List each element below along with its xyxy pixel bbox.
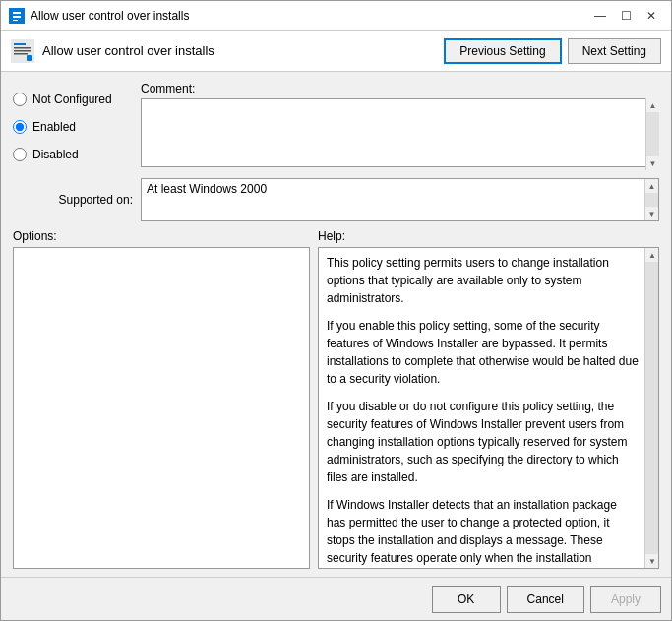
disabled-radio-item[interactable]: Disabled — [13, 141, 141, 168]
disabled-radio[interactable] — [13, 148, 27, 161]
enabled-radio[interactable] — [13, 120, 27, 134]
maximize-button[interactable]: ☐ — [614, 6, 638, 26]
help-para-3: If you disable or do not configure this … — [327, 398, 639, 486]
supported-row: Supported on: At least Windows 2000 ▲ ▼ — [13, 178, 659, 221]
comment-label: Comment: — [141, 82, 659, 95]
help-panel: This policy setting permits users to cha… — [318, 247, 659, 569]
supported-scroll-up[interactable]: ▲ — [645, 179, 659, 193]
svg-rect-9 — [27, 55, 32, 61]
help-label: Help: — [318, 229, 659, 243]
apply-button[interactable]: Apply — [590, 586, 661, 613]
help-scroll-down[interactable]: ▼ — [645, 554, 659, 568]
window-title: Allow user control over installs — [31, 9, 588, 23]
svg-rect-8 — [14, 53, 28, 55]
supported-scroll-down[interactable]: ▼ — [645, 207, 659, 220]
content-area: Not Configured Enabled Disabled Comment:… — [1, 72, 671, 577]
comment-scrollbar: ▲ ▼ — [645, 98, 659, 170]
scroll-up-arrow[interactable]: ▲ — [646, 98, 660, 112]
scroll-down-arrow[interactable]: ▼ — [646, 156, 660, 170]
help-scroll-up[interactable]: ▲ — [645, 248, 659, 262]
title-bar: Allow user control over installs — ☐ ✕ — [1, 1, 671, 31]
supported-scrollbar: ▲ ▼ — [644, 179, 658, 220]
svg-rect-5 — [14, 43, 26, 45]
svg-rect-1 — [13, 12, 21, 14]
radio-group: Not Configured Enabled Disabled — [13, 82, 141, 170]
window-icon — [9, 8, 25, 24]
header-buttons: Previous Setting Next Setting — [444, 38, 661, 64]
header-bar: Allow user control over installs Previou… — [1, 31, 671, 72]
not-configured-radio-item[interactable]: Not Configured — [13, 86, 141, 113]
minimize-button[interactable]: — — [588, 6, 612, 26]
supported-scroll-track — [645, 193, 658, 207]
radio-comment-row: Not Configured Enabled Disabled Comment:… — [13, 82, 659, 170]
panels-row: This policy setting permits users to cha… — [13, 247, 659, 569]
svg-rect-7 — [14, 50, 31, 52]
cancel-button[interactable]: Cancel — [507, 586, 584, 613]
supported-value: At least Windows 2000 — [147, 182, 267, 196]
window-controls: — ☐ ✕ — [588, 6, 663, 26]
options-label: Options: — [13, 229, 318, 243]
supported-value-box: At least Windows 2000 ▲ ▼ — [141, 178, 659, 221]
policy-icon — [11, 39, 34, 63]
scroll-track — [646, 112, 659, 156]
main-window: Allow user control over installs — ☐ ✕ A… — [0, 0, 672, 621]
comment-section: Comment: ▲ ▼ — [141, 82, 659, 170]
enabled-radio-item[interactable]: Enabled — [13, 113, 141, 141]
help-scroll-track — [645, 262, 658, 554]
not-configured-label: Not Configured — [32, 93, 112, 106]
disabled-label: Disabled — [32, 148, 79, 161]
not-configured-radio[interactable] — [13, 93, 27, 106]
next-setting-button[interactable]: Next Setting — [568, 38, 661, 64]
ok-button[interactable]: OK — [432, 586, 501, 613]
svg-rect-2 — [13, 16, 21, 18]
close-button[interactable]: ✕ — [640, 6, 663, 26]
help-text-content: This policy setting permits users to cha… — [319, 248, 658, 568]
comment-textarea[interactable] — [141, 98, 659, 167]
footer: OK Cancel Apply — [1, 577, 671, 620]
previous-setting-button[interactable]: Previous Setting — [444, 38, 561, 64]
enabled-label: Enabled — [32, 120, 76, 134]
help-para-2: If you enable this policy setting, some … — [327, 317, 639, 388]
options-help-labels: Options: Help: — [13, 229, 659, 243]
svg-rect-6 — [14, 47, 31, 49]
options-panel — [13, 247, 310, 569]
help-para-4: If Windows Installer detects that an ins… — [327, 496, 639, 568]
svg-rect-3 — [13, 20, 18, 21]
header-title: Allow user control over installs — [42, 43, 436, 58]
help-scrollbar: ▲ ▼ — [644, 248, 658, 568]
help-para-1: This policy setting permits users to cha… — [327, 254, 639, 307]
supported-label: Supported on: — [13, 193, 141, 207]
